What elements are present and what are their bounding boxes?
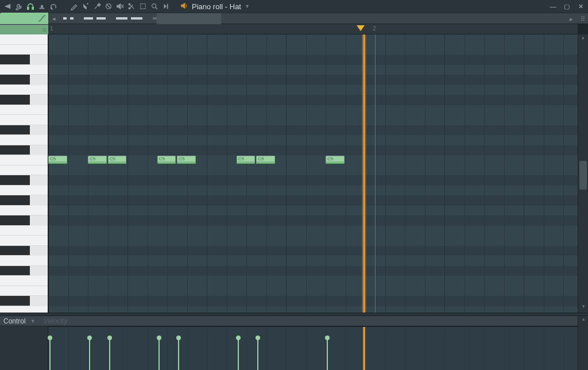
midi-note[interactable]: C5 (256, 156, 275, 164)
midi-note[interactable]: C5 (108, 156, 127, 164)
snap-options-icon[interactable]: ⠿ (580, 16, 586, 22)
zoom-icon[interactable] (150, 2, 158, 10)
window-controls: — ▢ ✕ (549, 3, 585, 10)
menu-icon[interactable] (3, 2, 11, 10)
midi-note[interactable]: C5 (177, 156, 196, 164)
svg-rect-7 (141, 4, 146, 9)
toolbar (3, 2, 170, 10)
playhead-marker[interactable] (357, 25, 365, 31)
control-param[interactable]: Velocity (44, 317, 68, 325)
title-bar: Piano roll - Hat ▼ — ▢ ✕ (0, 0, 588, 13)
scroll-up-button[interactable]: ▴ (578, 34, 588, 44)
snap-scroll-right[interactable]: ▸ (566, 13, 577, 25)
minimize-button[interactable]: — (549, 3, 557, 10)
velocity-stem[interactable] (158, 338, 160, 370)
midi-note[interactable]: C5 (48, 156, 67, 164)
bar-number: 1 (50, 25, 53, 32)
control-dropdown-icon[interactable]: ▼ (30, 318, 36, 324)
vertical-scrollbar[interactable]: ▴ ▾ (578, 34, 588, 313)
velocity-lane[interactable] (48, 326, 578, 370)
svg-rect-2 (40, 8, 45, 9)
velocity-stem[interactable] (49, 338, 51, 370)
velocity-stem[interactable] (238, 338, 239, 370)
title-section: Piano roll - Hat ▼ (180, 2, 250, 11)
disable-icon[interactable] (105, 2, 113, 10)
slice-icon[interactable] (127, 2, 136, 10)
scroll-up-button[interactable]: ▴ (578, 316, 588, 322)
midi-note[interactable]: C5 (326, 156, 345, 164)
snap-scroll-left[interactable]: ◂ (48, 15, 60, 22)
draw-icon[interactable] (70, 2, 78, 10)
svg-point-3 (87, 3, 88, 5)
velocity-stem[interactable] (178, 338, 179, 370)
playhead[interactable] (363, 34, 365, 313)
main-area: C6 C5 C5C5C5C5C5C5C5C5 (0, 34, 588, 313)
channel-tab[interactable] (0, 13, 48, 24)
mute-icon[interactable] (116, 2, 124, 10)
paint-icon[interactable] (82, 2, 90, 10)
pattern-hash-icon: ⧅ (42, 26, 46, 33)
midi-note[interactable]: C5 (88, 156, 107, 164)
speaker-icon[interactable] (180, 2, 188, 11)
stamp-icon[interactable] (38, 2, 46, 10)
piano-keyboard[interactable]: C6 C5 (0, 34, 48, 313)
velocity-scrollbar[interactable]: ▴ (578, 316, 588, 370)
svg-point-5 (129, 7, 130, 9)
snap-selection[interactable] (157, 13, 221, 25)
scroll-thumb[interactable] (579, 161, 587, 190)
snap-bar: ◂ ▸ ⠿ (0, 13, 588, 24)
play-icon[interactable] (162, 2, 170, 10)
svg-rect-1 (32, 7, 33, 10)
headphones-icon[interactable] (26, 2, 34, 10)
velocity-stem[interactable] (257, 338, 258, 370)
select-icon[interactable] (139, 2, 147, 10)
control-bar: Control ▼ Velocity (0, 316, 578, 326)
note-grid[interactable]: C5C5C5C5C5C5C5C5 (48, 34, 588, 313)
midi-note[interactable]: C5 (157, 156, 176, 164)
velocity-stem[interactable] (89, 338, 90, 370)
svg-point-6 (129, 3, 130, 5)
close-button[interactable]: ✕ (577, 3, 585, 10)
bar-number: 2 (373, 25, 376, 32)
playhead (363, 327, 365, 370)
wand-icon[interactable] (93, 2, 101, 10)
velocity-gutter (0, 326, 48, 370)
title-dropdown-icon[interactable]: ▼ (245, 3, 250, 9)
scroll-down-button[interactable]: ▾ (578, 303, 588, 313)
velocity-stem[interactable] (327, 338, 328, 370)
channel-indicator[interactable]: ⧅ (0, 24, 48, 34)
svg-point-8 (152, 4, 156, 8)
undo-icon[interactable] (49, 2, 57, 10)
bar-divider (375, 34, 376, 313)
svg-rect-0 (28, 7, 29, 10)
wrench-icon[interactable] (15, 2, 23, 10)
timeline-ruler[interactable]: 1 2 (48, 24, 578, 34)
window-title: Piano roll - Hat (192, 2, 241, 11)
velocity-stem[interactable] (109, 338, 110, 370)
control-label: Control (3, 317, 26, 325)
midi-note[interactable]: C5 (237, 156, 256, 164)
maximize-button[interactable]: ▢ (563, 3, 571, 10)
